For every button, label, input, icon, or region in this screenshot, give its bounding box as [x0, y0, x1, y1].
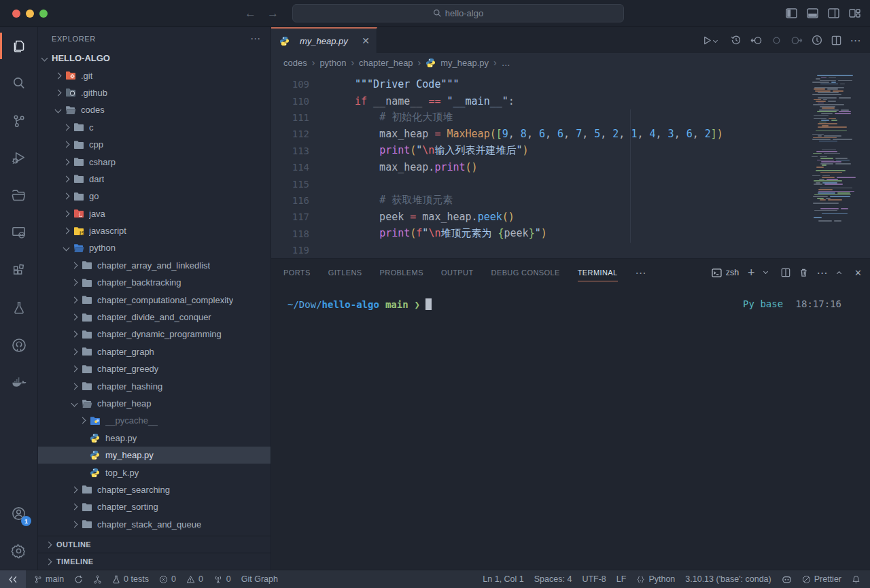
- activity-remote-explorer-icon[interactable]: [0, 214, 37, 252]
- tree-item-my-heap-py[interactable]: my_heap.py: [38, 447, 271, 464]
- history-back-icon[interactable]: ←: [245, 7, 256, 20]
- activity-docker-icon[interactable]: [0, 364, 37, 401]
- section-outline[interactable]: OUTLINE: [38, 536, 271, 553]
- status-errors[interactable]: 0: [159, 574, 176, 584]
- activity-settings-icon[interactable]: [0, 532, 37, 570]
- activity-run-and-debug-icon[interactable]: [0, 139, 37, 177]
- breadcrumb--[interactable]: …: [502, 58, 510, 68]
- tree-item-c[interactable]: c: [38, 119, 271, 136]
- command-center-search[interactable]: hello-algo: [292, 4, 624, 22]
- status-cursor-position[interactable]: Ln 1, Col 1: [483, 574, 523, 584]
- tree-item--pycache-[interactable]: __pycache__: [38, 412, 271, 429]
- tree-item-chapter-searching[interactable]: chapter_searching: [38, 481, 271, 498]
- panel-tab-debug-console[interactable]: DEBUG CONSOLE: [491, 259, 560, 286]
- activity-testing-icon[interactable]: [0, 289, 37, 326]
- status-sync[interactable]: [74, 575, 83, 584]
- close-window-button[interactable]: [12, 10, 20, 18]
- previous-change-icon[interactable]: [750, 35, 763, 46]
- tree-item-chapter-greedy[interactable]: chapter_greedy: [38, 360, 271, 377]
- run-dropdown-icon[interactable]: [712, 37, 717, 42]
- gitlens-blame-icon[interactable]: [812, 35, 822, 46]
- status-language-mode[interactable]: Python: [636, 574, 675, 584]
- tree-item-chapter-heap[interactable]: chapter_heap: [38, 395, 271, 412]
- code-line-111[interactable]: 111 # 初始化大顶堆: [271, 109, 809, 126]
- tree-item-dart[interactable]: dart: [38, 171, 271, 188]
- run-python-file-button[interactable]: [702, 35, 722, 46]
- status-prettier[interactable]: Prettier: [802, 574, 841, 584]
- split-terminal-icon[interactable]: [781, 268, 790, 277]
- panel-tab-output[interactable]: OUTPUT: [441, 259, 474, 286]
- status-git-graph[interactable]: Git Graph: [241, 574, 278, 584]
- code-line-114[interactable]: 114 max_heap.print(): [271, 159, 809, 175]
- panel-tab-gitlens[interactable]: GITLENS: [328, 259, 362, 286]
- panel-tab-problems[interactable]: PROBLEMS: [380, 259, 423, 286]
- minimap[interactable]: [812, 75, 865, 227]
- tab-my-heap[interactable]: my_heap.py ✕: [271, 27, 377, 53]
- breadcrumb-chapter-heap[interactable]: chapter_heap: [359, 58, 413, 68]
- status-encoding[interactable]: UTF-8: [582, 574, 606, 584]
- status-eol[interactable]: LF: [616, 574, 627, 584]
- status-notifications[interactable]: [852, 575, 860, 584]
- tree-item-javascript[interactable]: JSjavascript: [38, 222, 271, 239]
- code-line-115[interactable]: 115: [271, 175, 809, 192]
- code-line-118[interactable]: 118 print(f"\n堆顶元素为 {peek}"): [271, 226, 809, 242]
- activity-search-icon[interactable]: [0, 65, 37, 102]
- code-line-109[interactable]: 109"""Driver Code""": [271, 76, 809, 92]
- activity-explorer-icon[interactable]: [0, 27, 37, 65]
- breadcrumb-my-heap-py[interactable]: my_heap.py: [425, 57, 489, 68]
- new-terminal-icon[interactable]: +: [748, 269, 755, 276]
- customize-layout-icon[interactable]: [849, 8, 860, 18]
- activity-source-control-icon[interactable]: [0, 102, 37, 139]
- toggle-secondary-sidebar-icon[interactable]: [828, 8, 839, 18]
- tree-item-codes[interactable]: codes: [38, 101, 271, 118]
- kill-terminal-icon[interactable]: [799, 268, 808, 277]
- activity-extensions-icon[interactable]: [0, 252, 37, 289]
- tree-item-chapter-stack-and-queue[interactable]: chapter_stack_and_queue: [38, 516, 271, 533]
- tree-item-chapter-backtracking[interactable]: chapter_backtracking: [38, 274, 271, 291]
- code-line-113[interactable]: 113 print("\n输入列表并建堆后"): [271, 143, 809, 159]
- breadcrumb-python[interactable]: python: [319, 58, 346, 68]
- status-indentation[interactable]: Spaces: 4: [534, 574, 572, 584]
- close-tab-icon[interactable]: ✕: [362, 35, 370, 46]
- code-line-112[interactable]: 112 max_heap = MaxHeap([9, 8, 6, 6, 7, 5…: [271, 126, 809, 142]
- status-ports[interactable]: 0: [213, 574, 231, 584]
- activity-github-icon[interactable]: [0, 326, 37, 364]
- code-line-117[interactable]: 117 peek = max_heap.peek(): [271, 209, 809, 225]
- history-forward-icon[interactable]: →: [267, 7, 279, 20]
- code-line-116[interactable]: 116 # 获取堆顶元素: [271, 192, 809, 209]
- tree-item-chapter-dynamic-programming[interactable]: chapter_dynamic_programming: [38, 326, 271, 343]
- panel-more-actions-icon[interactable]: ⋯: [817, 266, 829, 279]
- maximize-panel-icon[interactable]: [837, 271, 841, 276]
- toggle-sidebar-icon[interactable]: [786, 8, 797, 18]
- revert-change-icon[interactable]: [771, 35, 782, 46]
- breadcrumb-codes[interactable]: codes: [283, 58, 307, 68]
- file-history-icon[interactable]: [731, 35, 742, 46]
- status-branch[interactable]: main: [34, 574, 64, 584]
- tree-item--git[interactable]: .git: [38, 67, 271, 84]
- tree-item-chapter-array-and-linkedlist[interactable]: chapter_array_and_linkedlist: [38, 257, 271, 274]
- tree-item-top-k-py[interactable]: top_k.py: [38, 464, 271, 481]
- code-line-110[interactable]: 110if __name__ == "__main__":: [271, 92, 809, 109]
- status-warnings[interactable]: 0: [186, 574, 203, 584]
- panel-more-tabs-icon[interactable]: ⋯: [636, 266, 648, 279]
- status-copilot[interactable]: [782, 575, 792, 584]
- tree-item-go[interactable]: go: [38, 188, 271, 205]
- close-panel-icon[interactable]: ✕: [854, 268, 862, 278]
- zoom-window-button[interactable]: [39, 10, 48, 18]
- tree-item-chapter-computational-complexity[interactable]: chapter_computational_complexity: [38, 291, 271, 308]
- toggle-panel-icon[interactable]: [807, 8, 818, 18]
- section-timeline[interactable]: TIMELINE: [38, 553, 271, 570]
- terminal-profile[interactable]: zsh: [712, 268, 739, 277]
- split-editor-icon[interactable]: [831, 35, 841, 46]
- tree-item-chapter-hashing[interactable]: chapter_hashing: [38, 377, 271, 394]
- terminal-dropdown-icon[interactable]: [763, 269, 768, 274]
- terminal-content[interactable]: ~/Dow/hello-algo main ❯ Py base 18:17:16: [271, 286, 870, 570]
- tree-item-chapter-sorting[interactable]: chapter_sorting: [38, 498, 271, 515]
- tree-item-java[interactable]: java: [38, 205, 271, 222]
- panel-tab-terminal[interactable]: TERMINAL: [578, 259, 618, 286]
- next-change-icon[interactable]: [790, 35, 803, 46]
- tree-item-cpp[interactable]: cpp: [38, 136, 271, 153]
- status-tests[interactable]: 0 tests: [112, 574, 149, 584]
- minimize-window-button[interactable]: [26, 10, 34, 18]
- code-editor[interactable]: 109"""Driver Code"""110if __name__ == "_…: [271, 72, 870, 258]
